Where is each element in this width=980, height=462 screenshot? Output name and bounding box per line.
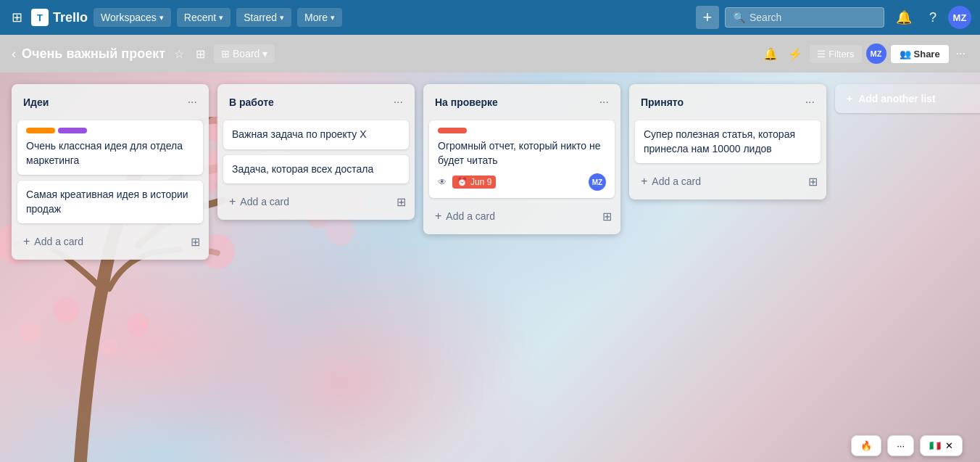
more-options-icon[interactable]: ··· (953, 44, 968, 63)
card-member-avatar: MZ (589, 173, 606, 191)
card-template-icon-ideas[interactable]: ⊞ (188, 232, 203, 252)
user-avatar[interactable]: MZ (948, 6, 971, 29)
list-in-progress-menu-button[interactable]: ··· (391, 93, 406, 112)
label-purple (58, 128, 87, 133)
filter-icon: ☰ (817, 49, 826, 59)
board-view-button[interactable]: ⊞ Board ▾ (214, 44, 275, 63)
board-user-avatar[interactable]: MZ (866, 44, 886, 64)
watch-badge: 👁 (438, 177, 447, 187)
share-icon: 👥 (900, 49, 911, 59)
bottom-bar: 🔥 ··· 🇮🇹 ✕ (845, 429, 968, 462)
card-ideas-1[interactable]: Очень классная идея для отдела маркетинг… (17, 120, 203, 175)
card-ideas-2[interactable]: Самая креативная идея в истории продаж (17, 181, 203, 223)
add-list-button[interactable]: + Add another list (835, 84, 980, 113)
add-card-row-review: + Add a card ⊞ (429, 204, 615, 228)
list-done: Принято ··· Супер полезная статья, котор… (629, 84, 826, 199)
add-card-row: + Add a card ⊞ (17, 229, 203, 254)
notification-icon[interactable]: 🔔 (890, 7, 918, 28)
add-list-icon: + (847, 93, 852, 104)
board-actions: 🔔 ⚡ ☰ Filters MZ 👥 Share ··· (760, 44, 968, 64)
list-in-progress-title: В работе (229, 96, 391, 108)
list-done-menu-button[interactable]: ··· (802, 93, 818, 112)
apps-grid-icon[interactable]: ⊞ (9, 7, 25, 28)
back-button[interactable]: ‹ (12, 46, 16, 62)
card-inprogress-2[interactable]: Задача, которая всех достала (223, 155, 409, 184)
clock-icon: ⏰ (457, 177, 468, 187)
list-ideas-title: Идеи (23, 96, 185, 108)
share-button[interactable]: 👥 Share (891, 45, 949, 63)
bottom-dots-button[interactable]: ··· (887, 435, 914, 456)
more-button[interactable]: More ▾ (297, 8, 342, 27)
bottom-fire-button[interactable]: 🔥 (851, 435, 881, 456)
list-review-title: На проверке (435, 96, 597, 108)
add-icon: + (641, 175, 647, 188)
card-text: Огромный отчет, который никто не будет ч… (438, 140, 601, 166)
search-input[interactable] (749, 12, 865, 23)
card-badges: 👁 ⏰ Jun 9 (438, 176, 496, 189)
due-date-badge: ⏰ Jun 9 (452, 176, 496, 189)
create-button[interactable]: + (696, 6, 719, 29)
add-card-button-inprogress[interactable]: + Add a card (223, 189, 394, 214)
add-card-button-ideas[interactable]: + Add a card (17, 229, 188, 254)
recent-chevron-icon: ▾ (219, 13, 223, 22)
list-done-header: Принято ··· (635, 90, 821, 115)
card-review-labels (438, 128, 606, 133)
list-ideas-menu-button[interactable]: ··· (185, 93, 200, 112)
card-review-1[interactable]: Огромный отчет, который никто не будет ч… (429, 120, 615, 198)
card-done-1[interactable]: Супер полезная статья, которая принесла … (635, 120, 821, 163)
star-icon[interactable]: ☆ (171, 44, 187, 64)
list-in-progress-header: В работе ··· (223, 90, 409, 115)
trello-logo-icon: T (31, 9, 49, 26)
card-footer: 👁 ⏰ Jun 9 MZ (438, 173, 606, 191)
add-icon: + (435, 210, 441, 223)
card-template-icon-done[interactable]: ⊞ (805, 172, 821, 191)
add-card-button-review[interactable]: + Add a card (429, 204, 599, 228)
fire-icon: 🔥 (860, 440, 872, 451)
label-orange (26, 128, 55, 133)
bottom-flag-button[interactable]: 🇮🇹 ✕ (920, 435, 963, 456)
card-template-icon-inprogress[interactable]: ⊞ (394, 192, 409, 212)
add-list-label: Add another list (858, 93, 936, 104)
list-ideas: Идеи ··· Очень классная идея для отдела … (12, 84, 209, 260)
card-inprogress-1[interactable]: Важная задача по проекту X (223, 120, 409, 149)
trello-logo[interactable]: T Trello (31, 9, 88, 26)
starred-button[interactable]: Starred ▾ (236, 8, 291, 27)
close-icon[interactable]: ✕ (945, 440, 953, 451)
add-card-row-done: + Add a card ⊞ (635, 169, 821, 194)
dots-icon: ··· (897, 440, 905, 451)
info-icon[interactable]: ? (923, 7, 942, 28)
watch-icon[interactable]: 🔔 (760, 44, 781, 64)
workspaces-chevron-icon: ▾ (159, 13, 164, 22)
starred-chevron-icon: ▾ (280, 13, 284, 22)
card-text: Супер полезная статья, которая принесла … (644, 128, 795, 154)
trello-logo-text: Trello (53, 10, 88, 25)
recent-button[interactable]: Recent ▾ (177, 8, 231, 27)
board-view-grid-icon: ⊞ (221, 48, 230, 59)
flag-icon: 🇮🇹 (929, 440, 941, 451)
list-review-header: На проверке ··· (429, 90, 615, 115)
workspace-icon[interactable]: ⊞ (193, 44, 208, 64)
list-review-menu-button[interactable]: ··· (597, 93, 612, 112)
card-text: Важная задача по проекту X (232, 128, 367, 140)
board-view-chevron-icon: ▾ (262, 48, 267, 59)
add-icon: + (229, 195, 236, 208)
board-title[interactable]: Очень важный проект (22, 46, 165, 62)
add-card-row-inprogress: + Add a card ⊞ (223, 189, 409, 214)
list-review: На проверке ··· Огромный отчет, который … (423, 84, 620, 234)
add-icon: + (23, 235, 30, 248)
search-bar[interactable]: 🔍 (725, 7, 884, 28)
label-red (438, 128, 467, 133)
workspaces-button[interactable]: Workspaces ▾ (94, 8, 171, 27)
card-text: Очень классная идея для отдела маркетинг… (26, 140, 183, 166)
card-labels (26, 128, 194, 133)
lists-container: Идеи ··· Очень классная идея для отдела … (12, 84, 980, 260)
card-template-icon-review[interactable]: ⊞ (599, 207, 615, 226)
board-header: ‹ Очень важный проект ☆ ⊞ ⊞ Board ▾ 🔔 ⚡ … (0, 35, 980, 73)
create-icon: + (703, 8, 713, 27)
board-background: Идеи ··· Очень классная идея для отдела … (0, 73, 980, 462)
list-done-title: Принято (641, 96, 802, 108)
add-card-button-done[interactable]: + Add a card (635, 169, 805, 194)
list-ideas-header: Идеи ··· (17, 90, 203, 115)
power-ups-icon[interactable]: ⚡ (785, 44, 805, 64)
filters-button[interactable]: ☰ Filters (810, 45, 861, 63)
